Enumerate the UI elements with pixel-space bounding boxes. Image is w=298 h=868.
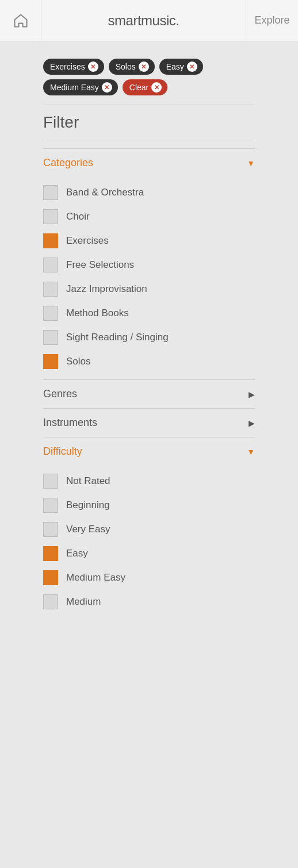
checkbox-method-books[interactable] [43,306,58,321]
category-item-method-books[interactable]: Method Books [43,301,255,325]
home-button[interactable] [0,0,41,41]
category-item-free-selections[interactable]: Free Selections [43,253,255,277]
medium-easy-tag-label: Medium Easy [50,83,99,92]
main-content: Exercises✕Solos✕Easy✕Medium Easy✕Clear✕ … [0,41,298,631]
difficulty-label: Difficulty [43,445,82,458]
checkbox-diff-beginning[interactable] [43,498,58,513]
checkbox-diff-easy[interactable] [43,546,58,561]
category-item-jazz-improvisation[interactable]: Jazz Improvisation [43,277,255,301]
difficulty-label-easy: Easy [66,548,88,559]
category-label-sight-reading: Sight Reading / Singing [66,332,169,343]
clear-tag-remove[interactable]: ✕ [151,82,162,93]
difficulty-section-header[interactable]: Difficulty ▼ [43,437,255,466]
easy-tag-label: Easy [166,62,184,71]
checkbox-diff-medium[interactable] [43,594,58,609]
divider-2 [43,140,255,140]
checkbox-diff-medium-easy[interactable] [43,570,58,585]
exercises-tag[interactable]: Exercises✕ [43,59,104,75]
exercises-tag-remove[interactable]: ✕ [88,62,98,72]
checkbox-choir[interactable] [43,209,58,224]
category-item-choir[interactable]: Choir [43,205,255,229]
difficulty-label-very-easy: Very Easy [66,524,110,535]
medium-easy-tag-remove[interactable]: ✕ [102,82,112,93]
instruments-section-header[interactable]: Instruments ▶ [43,408,255,437]
category-item-band-orchestra[interactable]: Band & Orchestra [43,180,255,205]
category-label-exercises: Exercises [66,235,109,247]
category-item-solos[interactable]: Solos [43,349,255,374]
category-item-exercises[interactable]: Exercises [43,229,255,253]
divider-1 [43,105,255,105]
genres-section-header[interactable]: Genres ▶ [43,379,255,408]
checkbox-exercises[interactable] [43,233,58,248]
active-filters: Exercises✕Solos✕Easy✕Medium Easy✕Clear✕ [43,59,255,95]
genres-arrow: ▶ [249,390,255,399]
checkbox-solos[interactable] [43,354,58,369]
instruments-label: Instruments [43,417,97,429]
clear-tag-label: Clear [129,83,148,92]
categories-list: Band & OrchestraChoirExercisesFree Selec… [43,177,255,379]
checkbox-sight-reading[interactable] [43,330,58,345]
difficulty-item-easy[interactable]: Easy [43,541,255,566]
difficulty-item-beginning[interactable]: Beginning [43,493,255,517]
difficulty-item-very-easy[interactable]: Very Easy [43,517,255,541]
checkbox-jazz-improvisation[interactable] [43,282,58,297]
category-label-method-books: Method Books [66,308,129,319]
instruments-arrow: ▶ [249,418,255,428]
easy-tag-remove[interactable]: ✕ [187,62,197,72]
filter-title: Filter [43,113,255,132]
explore-label: Explore [254,14,289,26]
categories-arrow: ▼ [247,159,255,168]
categories-section-header[interactable]: Categories ▼ [43,148,255,177]
categories-label: Categories [43,157,93,169]
solos-tag[interactable]: Solos✕ [109,59,155,75]
difficulty-label-medium: Medium [66,596,101,608]
difficulty-arrow: ▼ [247,447,255,456]
category-item-sight-reading[interactable]: Sight Reading / Singing [43,325,255,349]
category-label-band-orchestra: Band & Orchestra [66,187,144,198]
difficulty-item-medium-easy[interactable]: Medium Easy [43,566,255,590]
logo-text: smartmusic. [108,13,179,29]
category-label-solos: Solos [66,356,91,367]
solos-tag-label: Solos [116,62,136,71]
header: smartmusic. Explore [0,0,298,41]
exercises-tag-label: Exercises [50,62,85,71]
difficulty-label-medium-easy: Medium Easy [66,572,125,583]
explore-button[interactable]: Explore [246,0,298,41]
checkbox-free-selections[interactable] [43,258,58,272]
category-label-free-selections: Free Selections [66,259,134,271]
logo: smartmusic. [41,0,246,41]
easy-tag[interactable]: Easy✕ [159,59,203,75]
genres-label: Genres [43,388,77,400]
medium-easy-tag[interactable]: Medium Easy✕ [43,79,118,95]
difficulty-item-not-rated[interactable]: Not Rated [43,469,255,493]
clear-tag[interactable]: Clear✕ [123,79,167,95]
checkbox-diff-very-easy[interactable] [43,522,58,537]
solos-tag-remove[interactable]: ✕ [139,62,149,72]
checkbox-diff-not-rated[interactable] [43,474,58,489]
difficulty-list: Not RatedBeginningVery EasyEasyMedium Ea… [43,466,255,620]
difficulty-label-beginning: Beginning [66,500,110,511]
checkbox-band-orchestra[interactable] [43,185,58,200]
category-label-choir: Choir [66,211,90,222]
difficulty-item-medium[interactable]: Medium [43,590,255,614]
difficulty-label-not-rated: Not Rated [66,475,110,487]
category-label-jazz-improvisation: Jazz Improvisation [66,283,147,295]
